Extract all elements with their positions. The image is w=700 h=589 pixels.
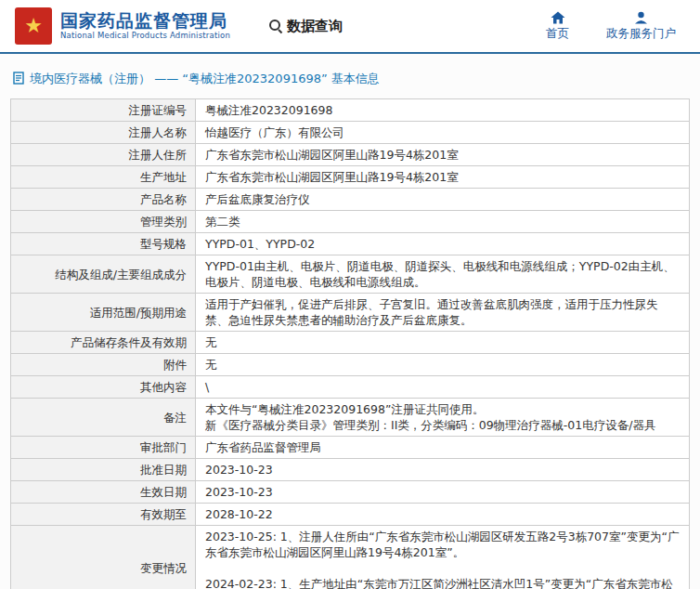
national-emblem-icon: ★ <box>24 16 43 36</box>
field-label: 生产地址 <box>11 166 195 188</box>
field-value: 广东省东莞市松山湖园区阿里山路19号4栋201室 <box>196 144 689 165</box>
table-row: 备注本文件与“粤械注准20232091698”注册证共同使用。 新《医疗器械分类… <box>11 399 689 436</box>
field-label: 变更情况 <box>11 526 195 589</box>
field-value: 无 <box>196 332 689 353</box>
table-row: 结构及组成/主要组成成分YYPD-01由主机、电极片、阴道电极、阴道探头、电极线… <box>11 255 689 293</box>
field-value: 无 <box>196 354 689 375</box>
person-icon <box>634 11 648 24</box>
nav-item-label: 政务服务门户 <box>606 26 676 42</box>
field-value: 粤械注准20232091698 <box>196 99 689 121</box>
nav-item-home[interactable]: 首页 <box>546 11 569 42</box>
field-value: 2023-10-23 <box>196 481 689 503</box>
nav-item-gov-portal[interactable]: 政务服务门户 <box>606 11 676 42</box>
table-row: 注册证编号粤械注准20232091698 <box>11 99 689 121</box>
field-value: YYPD-01、YYPD-02 <box>196 233 689 255</box>
table-row: 管理类别第二类 <box>11 211 689 232</box>
field-value: 广东省东莞市松山湖园区阿里山路19号4栋201室 <box>196 166 689 188</box>
field-value: YYPD-01由主机、电极片、阴道电极、阴道探头、电极线和电源线组成；YYPD-… <box>196 255 689 293</box>
table-row: 产品储存条件及有效期无 <box>11 332 689 353</box>
field-label: 产品名称 <box>11 189 195 210</box>
data-query-label: 数据查询 <box>287 18 343 35</box>
field-value: 2023-10-23 <box>196 459 689 480</box>
field-value: \ <box>196 376 689 398</box>
field-label: 附件 <box>11 354 195 375</box>
table-row: 适用范围/预期用途适用于产妇催乳，促进产后排尿、子宫复旧。通过改善盆底肌肉强度，… <box>11 294 689 331</box>
field-label: 批准日期 <box>11 459 195 480</box>
nav-item-label: 首页 <box>546 26 569 42</box>
table-row: 型号规格YYPD-01、YYPD-02 <box>11 233 689 255</box>
table-row: 变更情况2023-10-25: 1、注册人住所由“广东省东莞市松山湖园区研发五路… <box>11 526 689 589</box>
table-row: 产品名称产后盆底康复治疗仪 <box>11 189 689 210</box>
table-row: 注册人住所广东省东莞市松山湖园区阿里山路19号4栋201室 <box>11 144 689 165</box>
table-row: 批准日期2023-10-23 <box>11 459 689 480</box>
table-row: 注册人名称怡越医疗（广东）有限公司 <box>11 122 689 143</box>
site-subtitle: National Medical Products Administration <box>60 32 230 41</box>
field-value: 第二类 <box>196 211 689 232</box>
registration-info-table: 注册证编号粤械注准20232091698注册人名称怡越医疗（广东）有限公司注册人… <box>10 98 690 589</box>
field-label: 注册证编号 <box>11 99 195 121</box>
table-row: 审批部门广东省药品监督管理局 <box>11 437 689 458</box>
info-table-body: 注册证编号粤械注准20232091698注册人名称怡越医疗（广东）有限公司注册人… <box>11 99 689 589</box>
field-label: 审批部门 <box>11 437 195 458</box>
table-row: 附件无 <box>11 354 689 375</box>
field-label: 备注 <box>11 399 195 436</box>
table-row: 有效期至2028-10-22 <box>11 504 689 525</box>
field-label: 注册人住所 <box>11 144 195 165</box>
page-title: 境内医疗器械（注册） —— “粤械注准20232091698” 基本信息 <box>30 71 380 87</box>
field-value: 本文件与“粤械注准20232091698”注册证共同使用。 新《医疗器械分类目录… <box>196 399 689 436</box>
table-row: 生效日期2023-10-23 <box>11 481 689 503</box>
field-label: 适用范围/预期用途 <box>11 294 195 331</box>
top-nav: 首页 政务服务门户 <box>546 11 685 42</box>
site-title-block: 国家药品监督管理局 National Medical Products Admi… <box>60 11 230 41</box>
field-value: 怡越医疗（广东）有限公司 <box>196 122 689 143</box>
field-label: 管理类别 <box>11 211 195 232</box>
site-title: 国家药品监督管理局 <box>60 11 230 32</box>
field-label: 型号规格 <box>11 233 195 255</box>
breadcrumb: 境内医疗器械（注册） —— “粤械注准20232091698” 基本信息 <box>0 54 700 97</box>
field-label: 生效日期 <box>11 481 195 503</box>
search-icon <box>269 20 282 33</box>
field-label: 其他内容 <box>11 376 195 398</box>
field-value: 适用于产妇催乳，促进产后排尿、子宫复旧。通过改善盆底肌肉强度，适用于压力性尿失禁… <box>196 294 689 331</box>
national-emblem-logo: ★ <box>15 7 52 45</box>
document-icon <box>13 72 24 87</box>
field-value: 产后盆底康复治疗仪 <box>196 189 689 210</box>
page: ★ 国家药品监督管理局 National Medical Products Ad… <box>0 0 700 589</box>
field-label: 注册人名称 <box>11 122 195 143</box>
field-value: 2023-10-25: 1、注册人住所由“广东省东莞市松山湖园区研发五路2号3栋… <box>196 526 689 589</box>
field-value: 2028-10-22 <box>196 504 689 525</box>
data-query-entry[interactable]: 数据查询 <box>269 18 343 35</box>
table-row: 其他内容\ <box>11 376 689 398</box>
field-label: 结构及组成/主要组成成分 <box>11 255 195 293</box>
home-icon <box>551 11 565 24</box>
field-label: 有效期至 <box>11 504 195 525</box>
site-header: ★ 国家药品监督管理局 National Medical Products Ad… <box>0 0 700 54</box>
field-value: 广东省药品监督管理局 <box>196 437 689 458</box>
table-row: 生产地址广东省东莞市松山湖园区阿里山路19号4栋201室 <box>11 166 689 188</box>
field-label: 产品储存条件及有效期 <box>11 332 195 353</box>
